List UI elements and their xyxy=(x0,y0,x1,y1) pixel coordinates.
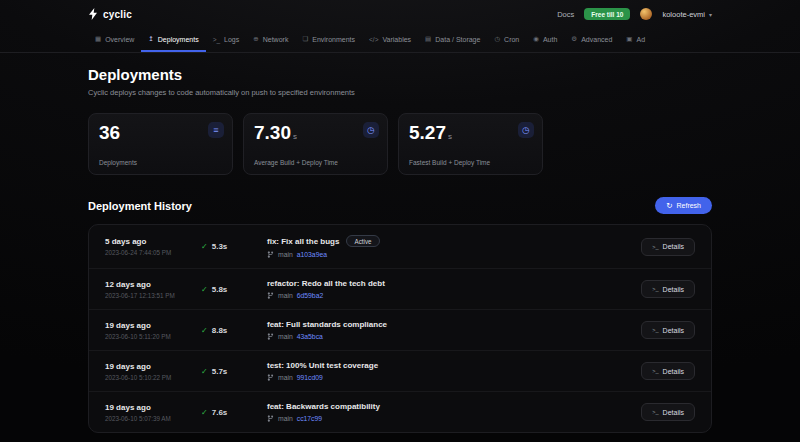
commit-message: refactor: Redo all the tech debt xyxy=(267,279,385,288)
branch-name: main xyxy=(278,415,293,422)
build-duration: 5.3s xyxy=(212,242,228,251)
tab-label: Logs xyxy=(224,36,239,43)
relative-time: 12 days ago xyxy=(105,280,201,289)
history-title: Deployment History xyxy=(88,200,192,212)
deployment-row: 12 days ago 2023-06-17 12:13:51 PM ✓ 5.8… xyxy=(89,269,711,310)
refresh-button[interactable]: ↻ Refresh xyxy=(655,197,712,214)
user-menu[interactable]: koloote-evmi ▾ xyxy=(662,10,712,19)
avatar[interactable] xyxy=(640,8,652,20)
tab-network[interactable]: ⊕ Network xyxy=(246,28,295,52)
deployment-row: 19 days ago 2023-06-10 5:07:39 AM ✓ 7.6s… xyxy=(89,392,711,432)
check-icon: ✓ xyxy=(201,326,208,335)
branch-name: main xyxy=(278,292,293,299)
details-label: Details xyxy=(663,409,684,416)
brand[interactable]: cyclic xyxy=(88,8,132,20)
tab-label: Data / Storage xyxy=(435,36,480,43)
header-actions: Docs Free till 10 koloote-evmi ▾ xyxy=(557,8,712,20)
refresh-label: Refresh xyxy=(676,202,701,209)
git-branch-icon xyxy=(267,292,274,299)
tab-data-storage[interactable]: ▤ Data / Storage xyxy=(418,28,487,52)
timestamp: 2023-06-10 5:11:20 PM xyxy=(105,333,201,340)
clock-icon: ◷ xyxy=(363,122,379,138)
deployment-row: 19 days ago 2023-06-10 5:11:20 PM ✓ 8.8s… xyxy=(89,310,711,351)
git-branch-icon xyxy=(267,251,274,258)
code-icon: </> xyxy=(369,36,378,43)
plan-badge[interactable]: Free till 10 xyxy=(584,8,630,20)
main-nav: ▦ Overview ↥ Deployments >_ Logs ⊕ Netwo… xyxy=(0,28,800,53)
stats-row: 36 ≡ Deployments 7.30s ◷ Average Build +… xyxy=(88,113,712,175)
details-button[interactable]: >_ Details xyxy=(641,403,695,421)
commit-hash-link[interactable]: 6d59ba2 xyxy=(297,292,323,299)
clock-icon: ◷ xyxy=(518,122,534,138)
details-label: Details xyxy=(663,327,684,334)
user-name: koloote-evmi xyxy=(662,10,705,19)
tab-logs[interactable]: >_ Logs xyxy=(206,28,247,52)
details-button[interactable]: >_ Details xyxy=(641,321,695,339)
overview-icon: ▦ xyxy=(95,35,101,43)
git-branch-icon xyxy=(267,374,274,381)
terminal-icon: >_ xyxy=(652,327,658,333)
deployment-history-panel: 5 days ago 2023-06-24 7:44:05 PM ✓ 5.3s … xyxy=(88,224,712,433)
check-icon: ✓ xyxy=(201,242,208,251)
commit-hash-link[interactable]: a103a9ea xyxy=(297,251,327,258)
tab-ad[interactable]: ▣ Ad xyxy=(619,28,652,52)
deployments-icon: ↥ xyxy=(148,35,153,43)
tab-label: Variables xyxy=(382,36,411,43)
commit-message: feat: Backwards compatibility xyxy=(267,402,380,411)
details-button[interactable]: >_ Details xyxy=(641,280,695,298)
details-button[interactable]: >_ Details xyxy=(641,238,695,256)
cyclic-logo-icon xyxy=(88,8,98,20)
timestamp: 2023-06-10 5:07:39 AM xyxy=(105,415,201,422)
chevron-down-icon: ▾ xyxy=(709,11,712,18)
git-branch-icon xyxy=(267,333,274,340)
commit-message: test: 100% Unit test coverage xyxy=(267,361,378,370)
tab-deployments[interactable]: ↥ Deployments xyxy=(141,28,205,52)
terminal-icon: >_ xyxy=(652,244,658,250)
stat-card-deployments: 36 ≡ Deployments xyxy=(88,113,233,175)
lock-icon: ◉ xyxy=(533,35,539,43)
branch-name: main xyxy=(278,251,293,258)
tab-environments[interactable]: ❏ Environments xyxy=(295,28,362,52)
stat-value: 36 xyxy=(99,122,120,143)
commit-hash-link[interactable]: cc17c99 xyxy=(297,415,322,422)
refresh-icon: ↻ xyxy=(666,201,672,210)
tab-label: Network xyxy=(263,36,289,43)
check-icon: ✓ xyxy=(201,408,208,417)
stat-value: 5.27 xyxy=(409,122,446,143)
timestamp: 2023-06-24 7:44:05 PM xyxy=(105,249,201,256)
stat-card-average-time: 7.30s ◷ Average Build + Deploy Time xyxy=(243,113,388,175)
details-label: Details xyxy=(663,368,684,375)
build-duration: 7.6s xyxy=(212,408,228,417)
details-label: Details xyxy=(663,286,684,293)
tab-label: Deployments xyxy=(158,36,199,43)
tab-label: Advanced xyxy=(581,36,612,43)
details-button[interactable]: >_ Details xyxy=(641,362,695,380)
clock-icon: ◷ xyxy=(494,35,500,43)
relative-time: 19 days ago xyxy=(105,362,201,371)
stat-label: Fastest Build + Deploy Time xyxy=(409,159,490,166)
build-duration: 8.8s xyxy=(212,326,228,335)
tab-overview[interactable]: ▦ Overview xyxy=(88,28,141,52)
stat-value: 7.30 xyxy=(254,122,291,143)
docs-link[interactable]: Docs xyxy=(557,10,574,19)
tab-cron[interactable]: ◷ Cron xyxy=(487,28,526,52)
branch-name: main xyxy=(278,333,293,340)
relative-time: 5 days ago xyxy=(105,237,201,246)
tab-advanced[interactable]: ⚙ Advanced xyxy=(564,28,619,52)
commit-hash-link[interactable]: 991cd09 xyxy=(297,374,323,381)
check-icon: ✓ xyxy=(201,285,208,294)
terminal-icon: >_ xyxy=(213,36,220,43)
tab-auth[interactable]: ◉ Auth xyxy=(526,28,564,52)
stack-icon: ≡ xyxy=(208,122,224,138)
tab-label: Environments xyxy=(312,36,355,43)
globe-icon: ⊕ xyxy=(253,35,258,43)
deployment-row: 19 days ago 2023-06-10 5:10:22 PM ✓ 5.7s… xyxy=(89,351,711,392)
brand-name: cyclic xyxy=(103,9,132,20)
build-duration: 5.7s xyxy=(212,367,228,376)
terminal-icon: >_ xyxy=(652,368,658,374)
tab-variables[interactable]: </> Variables xyxy=(362,28,418,52)
build-duration: 5.8s xyxy=(212,285,228,294)
tab-label: Auth xyxy=(543,36,557,43)
commit-hash-link[interactable]: 43a5bca xyxy=(297,333,323,340)
status-badge: Active xyxy=(346,235,379,247)
